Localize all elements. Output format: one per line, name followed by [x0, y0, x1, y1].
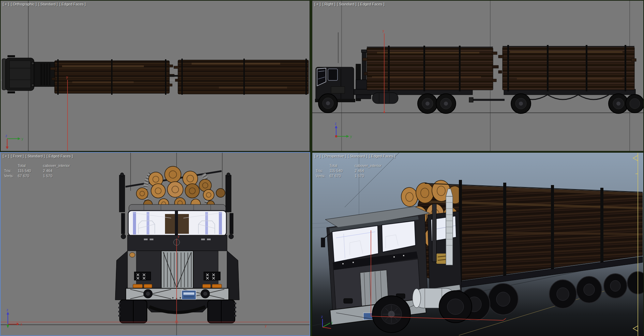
viewport-pov-menu[interactable]: [ Front ]	[11, 154, 24, 158]
stats-tris-total: 115 540	[329, 169, 355, 173]
stats-verts-total: 67 670	[18, 174, 43, 178]
log-truck-side-view[interactable]	[315, 32, 643, 113]
svg-text:z: z	[6, 308, 8, 312]
viewport-label: [ + ][ Right ][ Standard ][ Edged Faces …	[314, 2, 386, 6]
statistics-overlay: Total cabover_interior Tris: 115 540 2 4…	[4, 164, 70, 178]
stats-verts-object: 1 570	[355, 174, 381, 178]
viewport-shading-menu[interactable]: [ Edged Faces ]	[358, 2, 384, 6]
svg-text:z: z	[335, 122, 336, 125]
stats-tris-object: 2 464	[355, 169, 381, 173]
viewport-pov-menu[interactable]: [ Orthographic ]	[11, 2, 37, 6]
world-axis-gizmo-icon: z y	[5, 134, 23, 149]
svg-text:y: y	[66, 75, 68, 79]
log-bundle-rear[interactable]	[498, 45, 636, 91]
svg-text:y: y	[383, 29, 384, 33]
bumper	[126, 288, 229, 300]
svg-text:y: y	[265, 324, 267, 328]
drawbar	[472, 99, 505, 101]
viewport-plus-menu[interactable]: [ + ]	[3, 2, 9, 6]
stats-tris-total: 115 540	[18, 169, 43, 173]
viewport-label: [ + ][ Perspective ][ Standard ][ Edged …	[314, 154, 397, 158]
log-bundle-front[interactable]	[363, 46, 498, 91]
right-scene: y z y	[312, 1, 643, 151]
windshield	[128, 211, 226, 236]
stats-col-object: cabover_interior	[355, 164, 381, 168]
stats-col-total: Total	[329, 164, 355, 168]
svg-text:z: z	[5, 134, 7, 138]
viewport-render-preset-menu[interactable]: [ Standard ]	[38, 2, 58, 6]
log-truck-front-view[interactable]	[115, 166, 239, 323]
stats-tris-object: 2 464	[43, 169, 70, 173]
license-plate	[182, 290, 196, 300]
viewport-perspective[interactable]: [ + ][ Perspective ][ Standard ][ Edged …	[312, 153, 643, 336]
stats-verts-total: 67 670	[329, 174, 355, 178]
viewport-shading-menu[interactable]: [ Edged Faces ]	[46, 154, 73, 158]
world-axis-gizmo-icon: z y	[335, 122, 352, 138]
viewport-plus-menu[interactable]: [ + ]	[314, 154, 321, 158]
viewport-front[interactable]: [ + ][ Front ][ Standard ][ Edged Faces …	[0, 152, 310, 336]
svg-text:y: y	[331, 321, 333, 324]
viewport-shading-menu[interactable]: [ Edged Faces ]	[59, 2, 86, 6]
viewport-shading-menu[interactable]: [ Edged Faces ]	[369, 154, 395, 158]
viewport-render-preset-menu[interactable]: [ Standard ]	[26, 154, 45, 158]
viewport-plus-menu[interactable]: [ + ]	[3, 154, 9, 158]
viewport-render-preset-menu[interactable]: [ Standard ]	[348, 154, 367, 158]
viewport-right[interactable]: [ + ][ Right ][ Standard ][ Edged Faces …	[312, 1, 643, 151]
viewport-orthographic[interactable]: [ + ][ Orthographic ][ Standard ][ Edged…	[1, 1, 310, 151]
perspective-scene: z y	[312, 153, 643, 336]
world-axis-gizmo-icon: z x	[6, 308, 22, 328]
viewport-pov-menu[interactable]: [ Perspective ]	[323, 154, 346, 158]
grille	[161, 251, 193, 289]
viewport-layout-2x2: [ + ][ Orthographic ][ Standard ][ Edged…	[0, 0, 644, 336]
viewport-label: [ + ][ Front ][ Standard ][ Edged Faces …	[3, 154, 74, 158]
svg-text:y: y	[178, 234, 179, 238]
stats-col-total: Total	[18, 164, 43, 168]
stats-verts-label: Verts:	[316, 174, 329, 178]
log-bundle-front[interactable]	[50, 59, 174, 95]
viewport-pov-menu[interactable]: [ Right ]	[323, 2, 335, 6]
svg-text:y: y	[350, 135, 352, 138]
viewport-render-preset-menu[interactable]: [ Standard ]	[337, 2, 357, 6]
viewport-label: [ + ][ Orthographic ][ Standard ][ Edged…	[3, 2, 87, 6]
stats-verts-object: 1 570	[43, 174, 70, 178]
svg-text:z: z	[321, 315, 323, 319]
drawbar	[169, 75, 178, 77]
wheel	[511, 94, 643, 113]
orthographic-scene: y z y	[1, 1, 310, 151]
trailer-frame-scallops	[517, 95, 609, 100]
stats-tris-label: Tris:	[316, 169, 329, 173]
viewport-plus-menu[interactable]: [ + ]	[314, 2, 321, 6]
stats-tris-label: Tris:	[4, 169, 18, 173]
statistics-overlay: Total cabover_interior Tris: 115 540 2 4…	[316, 164, 381, 178]
stats-verts-label: Verts:	[4, 174, 18, 178]
svg-text:x: x	[20, 322, 22, 326]
svg-text:y: y	[21, 137, 23, 141]
front-scene: y y z x	[1, 153, 310, 335]
log-truck-top-view[interactable]	[2, 55, 309, 95]
stats-col-object: cabover_interior	[43, 164, 70, 168]
log-bundle-rear[interactable]	[174, 59, 309, 95]
